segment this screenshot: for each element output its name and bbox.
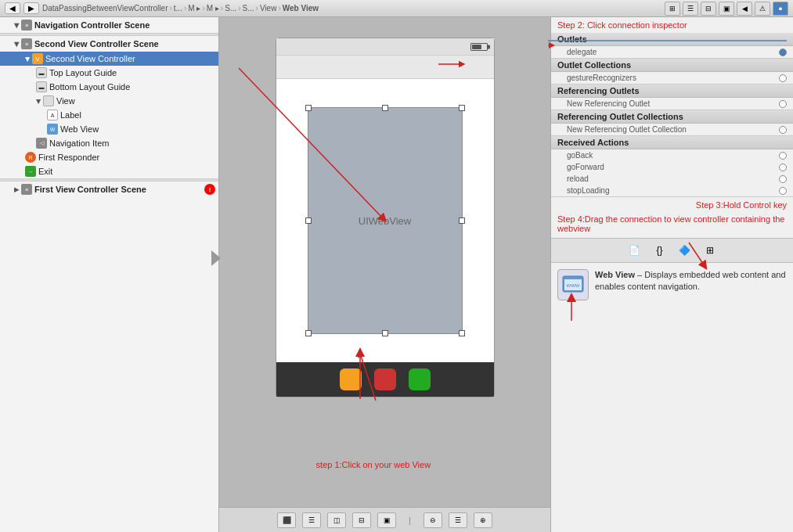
nav-item-bottom-layout[interactable]: ▬ Bottom Layout Guide — [0, 80, 218, 94]
resize-handle-tm[interactable] — [382, 105, 388, 111]
resize-handle-ml[interactable] — [305, 217, 312, 224]
delegate-dot[interactable] — [779, 49, 787, 56]
webview-info-text: Web View – Displays embedded web content… — [595, 269, 787, 293]
conn-row-goforward[interactable]: goForward — [551, 161, 793, 173]
resize-handle-tl[interactable] — [305, 105, 312, 111]
conn-row-new-outlet-collection[interactable]: New Referencing Outlet Collection — [551, 124, 793, 135]
object-icon-btn[interactable]: 🔷 — [675, 242, 695, 259]
new-outlet-collection-dot[interactable] — [779, 126, 787, 134]
nav-item-second-vc[interactable]: ▶ V Second View Controller — [0, 52, 218, 66]
doc-icon: ▬ — [36, 67, 47, 78]
webview-info-title: Web View — [595, 270, 637, 279]
nav-item-web-view[interactable]: W Web View — [0, 122, 218, 136]
web-view-label: Web View — [60, 124, 99, 134]
canvas-area: UIWebView — [219, 17, 550, 532]
referencing-outlets-title: Referencing Outlets — [551, 84, 793, 98]
top-right-icons: ⊞ ☰ ⊟ ▣ ◀ ⚠ ● — [665, 2, 788, 16]
canvas-bottom-controls: ⬛ ☰ ◫ ⊟ ▣ | ⊖ ☰ ⊕ — [219, 507, 550, 532]
code-icon-btn[interactable]: {} — [650, 242, 670, 259]
phone-tab-bar — [276, 362, 494, 397]
top-toolbar: ◀ ▶ DataPassingBetweenViewController › t… — [0, 0, 793, 17]
expand-icon: ▶ — [14, 186, 19, 193]
back-button[interactable]: ◀ — [5, 2, 20, 14]
breadcrumb-item[interactable]: DataPassingBetweenViewController — [42, 4, 168, 13]
panel-collapse-button[interactable] — [211, 250, 219, 266]
phone-frame: UIWebView — [276, 38, 495, 397]
breadcrumb-item[interactable]: M ▸ — [207, 4, 219, 13]
battery-level — [472, 45, 482, 49]
canvas-ctrl-1[interactable]: ⬛ — [277, 512, 296, 528]
resize-handle-mr[interactable] — [459, 217, 465, 224]
doc-icon-btn[interactable]: 📄 — [625, 242, 645, 259]
zoom-out-button[interactable]: ⊖ — [424, 512, 442, 528]
first-vc-scene: ▶ ≡ First View Controller Scene ! — [0, 182, 218, 197]
conn-row-stoploading[interactable]: stopLoading — [551, 185, 793, 196]
navitem-icon: ◁ — [36, 138, 47, 149]
scene-icon: ≡ — [21, 184, 32, 195]
goback-dot[interactable] — [779, 152, 787, 160]
breadcrumb-item[interactable]: M ▸ — [188, 4, 200, 13]
breadcrumb-item[interactable]: View — [260, 4, 277, 13]
nav-item-label[interactable]: A Label — [0, 108, 218, 122]
breadcrumb-item[interactable]: S... — [225, 4, 236, 13]
goforward-dot[interactable] — [779, 164, 787, 171]
stoploading-dot[interactable] — [779, 187, 787, 195]
zoom-reset-button[interactable]: ☰ — [449, 512, 467, 528]
conn-row-delegate[interactable]: delegate — [551, 46, 793, 58]
nav-item-top-layout[interactable]: ▬ Top Layout Guide — [0, 66, 218, 80]
toolbar-icon-6[interactable]: ⚠ — [755, 2, 770, 16]
resize-handle-tr[interactable] — [459, 105, 465, 111]
received-actions-title: Received Actions — [551, 136, 793, 149]
conn-row-new-outlet[interactable]: New Referencing Outlet — [551, 98, 793, 110]
toolbar-icon-5[interactable]: ◀ — [737, 2, 752, 16]
new-outlet-dot[interactable] — [779, 100, 787, 108]
tab-icon-2[interactable] — [374, 368, 396, 390]
second-vc-scene-title[interactable]: ▶ ≡ Second View Controller Scene — [0, 36, 218, 52]
toolbar-icon-1[interactable]: ⊞ — [665, 2, 680, 16]
canvas-ctrl-4[interactable]: ⊟ — [352, 512, 371, 528]
conn-row-goback[interactable]: goBack — [551, 149, 793, 161]
nav-controller-scene-title[interactable]: ▶ ≡ Navigation Controller Scene — [0, 17, 218, 33]
nav-item-first-responder[interactable]: R First Responder — [0, 150, 218, 164]
breadcrumb-item[interactable]: Web View — [283, 4, 319, 13]
webview-info-icon: WWW — [557, 269, 589, 300]
resize-handle-bl[interactable] — [305, 330, 312, 336]
zoom-in-button[interactable]: ⊕ — [474, 512, 492, 528]
reload-dot[interactable] — [779, 175, 787, 183]
referencing-outlet-collections-section: Referencing Outlet Collections New Refer… — [551, 110, 793, 136]
bottom-layout-label: Bottom Layout Guide — [49, 82, 130, 92]
breadcrumb: DataPassingBetweenViewController › t... … — [42, 4, 661, 13]
canvas-ctrl-5[interactable]: ▣ — [377, 512, 396, 528]
breadcrumb-item[interactable]: t... — [174, 4, 182, 13]
tab-icon-3[interactable] — [409, 368, 431, 390]
gesture-label: gestureRecognizers — [557, 74, 636, 82]
forward-button[interactable]: ▶ — [23, 2, 39, 14]
webview-icon: W — [47, 124, 58, 135]
webview-element[interactable]: UIWebView — [308, 107, 463, 334]
nav-controller-scene: ▶ ≡ Navigation Controller Scene — [0, 17, 218, 33]
nav-item-exit[interactable]: → Exit — [0, 164, 218, 178]
gesture-dot[interactable] — [779, 74, 787, 82]
view-label: View — [56, 96, 75, 106]
conn-row-gesture[interactable]: gestureRecognizers — [551, 72, 793, 84]
resize-handle-br[interactable] — [459, 330, 465, 336]
conn-row-reload[interactable]: reload — [551, 173, 793, 185]
expand-icon: ▶ — [35, 99, 42, 103]
resize-handle-bm[interactable] — [382, 330, 388, 336]
toolbar-icon-4[interactable]: ▣ — [719, 2, 734, 16]
toolbar-icon-7[interactable]: ● — [773, 2, 788, 16]
grid-icon-btn[interactable]: ⊞ — [700, 242, 720, 259]
outlet-collections-title: Outlet Collections — [551, 59, 793, 72]
step2-label: Step 2: Click connection inspector — [557, 20, 787, 30]
nav-item-view[interactable]: ▶ View — [0, 94, 218, 108]
toolbar-icon-3[interactable]: ⊟ — [701, 2, 716, 16]
canvas-ctrl-3[interactable]: ◫ — [327, 512, 346, 528]
breadcrumb-item[interactable]: S... — [243, 4, 254, 13]
nav-item-navigation-item[interactable]: ◁ Navigation Item — [0, 136, 218, 150]
right-icons-bar: 📄 {} 🔷 ⊞ — [551, 238, 793, 263]
canvas-ctrl-2[interactable]: ☰ — [302, 512, 321, 528]
tab-icon-1[interactable] — [340, 368, 362, 390]
first-vc-scene-title[interactable]: ▶ ≡ First View Controller Scene ! — [0, 182, 218, 197]
exit-label: Exit — [38, 167, 52, 176]
toolbar-icon-2[interactable]: ☰ — [683, 2, 698, 16]
